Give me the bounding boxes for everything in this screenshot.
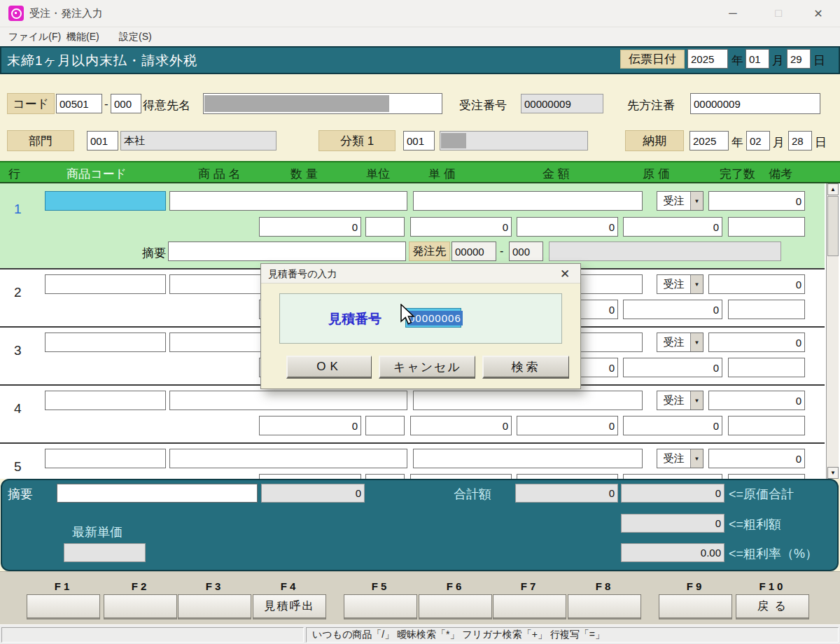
function-key-button[interactable] <box>27 594 100 620</box>
order-type-dropdown[interactable]: 受注 ▼ <box>657 449 704 468</box>
cost-field[interactable]: 0 <box>623 416 722 435</box>
menu-function[interactable]: 機能(E) <box>66 31 99 43</box>
client-order-field[interactable]: 00000009 <box>690 93 820 114</box>
function-key-button[interactable] <box>659 594 732 620</box>
amount2-field[interactable]: 0 <box>517 217 618 237</box>
unit-price2-field[interactable]: 0 <box>410 416 512 435</box>
order-type-dropdown[interactable]: 受注 ▼ <box>657 191 704 211</box>
product-code-field[interactable] <box>45 332 166 352</box>
dialog-close-icon[interactable]: ✕ <box>555 265 575 282</box>
menu-settings[interactable]: 設定(S) <box>119 31 152 43</box>
cost-field[interactable]: 0 <box>623 217 722 237</box>
function-key-button[interactable] <box>178 594 251 620</box>
ok-button[interactable]: OK <box>286 356 372 379</box>
gross-profit-label: <=粗利額 <box>729 516 781 533</box>
quantity-field[interactable]: 0 <box>259 474 361 479</box>
amount-field[interactable]: 0 <box>708 274 805 294</box>
customer-branch-field[interactable]: 000 <box>111 94 141 113</box>
chevron-down-icon[interactable]: ▼ <box>690 275 703 293</box>
cost-field[interactable]: 0 <box>623 358 722 377</box>
function-key-button[interactable]: 見積呼出 <box>253 594 326 620</box>
customer-code-field[interactable]: 00501 <box>56 94 102 113</box>
chevron-down-icon[interactable]: ▼ <box>690 449 703 468</box>
supplier-code-field[interactable]: 00000 <box>451 241 496 261</box>
close-button[interactable]: ✕ <box>802 0 834 27</box>
cancel-button[interactable]: キャンセル <box>379 356 475 379</box>
col-note: 備考 <box>769 166 792 182</box>
unit-field[interactable] <box>365 416 405 435</box>
product-name-field[interactable] <box>169 449 407 468</box>
chevron-down-icon[interactable]: ▼ <box>690 333 703 351</box>
scroll-down-icon[interactable]: ▼ <box>827 467 839 479</box>
condition-bar: 末締1ヶ月以内末払・請求外税 伝票日付 2025 年 01 月 29 日 <box>0 46 840 74</box>
line-summary-field[interactable] <box>168 241 406 261</box>
product-name-field[interactable] <box>169 391 407 410</box>
unit-field[interactable] <box>365 474 405 479</box>
unit-price2-field[interactable]: 0 <box>410 217 512 237</box>
menu-bar: ファイル(F) 機能(E) 設定(S) <box>0 27 840 46</box>
function-key-button[interactable] <box>344 594 417 620</box>
note-field[interactable] <box>728 358 805 377</box>
unit-price2-field[interactable]: 0 <box>410 474 512 479</box>
code-dash: - <box>104 97 108 111</box>
amount-field[interactable]: 0 <box>708 332 805 352</box>
dialog-title: 見積番号の入力 <box>268 268 337 281</box>
chevron-down-icon[interactable]: ▼ <box>690 391 703 410</box>
note-field[interactable] <box>728 416 805 435</box>
chevron-down-icon[interactable]: ▼ <box>690 192 703 210</box>
quantity-field[interactable]: 0 <box>259 217 361 237</box>
amount-field[interactable]: 0 <box>708 391 805 410</box>
unit-price-field[interactable] <box>413 391 643 410</box>
amount-field[interactable]: 0 <box>708 191 805 211</box>
product-code-field[interactable] <box>45 391 166 410</box>
customer-code-label: コード <box>7 93 55 114</box>
category-code-field[interactable]: 001 <box>403 131 435 150</box>
note-field[interactable] <box>728 300 805 319</box>
amount2-field[interactable]: 0 <box>517 416 618 435</box>
unit-price-field[interactable] <box>413 191 643 211</box>
scroll-up-icon[interactable]: ▲ <box>827 183 839 195</box>
vertical-scrollbar[interactable]: ▲ ▼ <box>826 183 839 479</box>
quantity-field[interactable]: 0 <box>259 416 361 435</box>
note-field[interactable] <box>728 474 805 479</box>
department-name-field: 本社 <box>120 131 276 150</box>
function-key-button[interactable] <box>419 594 492 620</box>
cost-field[interactable]: 0 <box>623 474 722 479</box>
order-type-value: 受注 <box>657 275 690 293</box>
function-key-button[interactable] <box>493 594 566 620</box>
amount2-field[interactable]: 0 <box>517 474 618 479</box>
function-key: F6 <box>419 572 492 625</box>
product-code-field[interactable] <box>45 449 166 468</box>
slip-month-field[interactable]: 01 <box>746 49 769 69</box>
department-code-field[interactable]: 001 <box>87 131 118 150</box>
product-code-field[interactable] <box>45 191 166 211</box>
menu-file[interactable]: ファイル(F) <box>8 31 61 43</box>
supplier-branch-field[interactable]: 000 <box>509 241 543 261</box>
product-name-field[interactable] <box>169 191 407 211</box>
search-button[interactable]: 検索 <box>482 356 569 379</box>
footer-summary-field[interactable] <box>57 484 258 503</box>
unit-field[interactable] <box>365 217 405 237</box>
function-key-button[interactable] <box>104 594 177 620</box>
unit-price-field[interactable] <box>413 449 643 468</box>
customer-name-field[interactable] <box>203 93 442 114</box>
delivery-year-field[interactable]: 2025 <box>690 131 729 150</box>
amount-field[interactable]: 0 <box>708 449 805 468</box>
product-code-field[interactable] <box>45 274 166 294</box>
note-field[interactable] <box>728 217 805 237</box>
slip-day-field[interactable]: 29 <box>787 49 811 69</box>
function-key-button[interactable]: 戻 る <box>736 594 809 620</box>
dialog-title-bar[interactable]: 見積番号の入力 ✕ <box>261 264 580 284</box>
order-type-dropdown[interactable]: 受注 ▼ <box>657 332 704 352</box>
delivery-month-field[interactable]: 02 <box>746 131 770 150</box>
slip-year-field[interactable]: 2025 <box>687 49 728 69</box>
col-completed: 完了数 <box>720 166 755 182</box>
order-type-dropdown[interactable]: 受注 ▼ <box>657 391 704 410</box>
client-order-label: 先方注番 <box>627 97 675 113</box>
minimize-button[interactable]: ─ <box>717 0 749 27</box>
delivery-day-field[interactable]: 28 <box>788 131 812 150</box>
scrollbar-thumb[interactable] <box>827 196 839 256</box>
order-type-dropdown[interactable]: 受注 ▼ <box>657 274 704 294</box>
cost-field[interactable]: 0 <box>623 300 722 319</box>
function-key-button[interactable] <box>568 594 641 620</box>
